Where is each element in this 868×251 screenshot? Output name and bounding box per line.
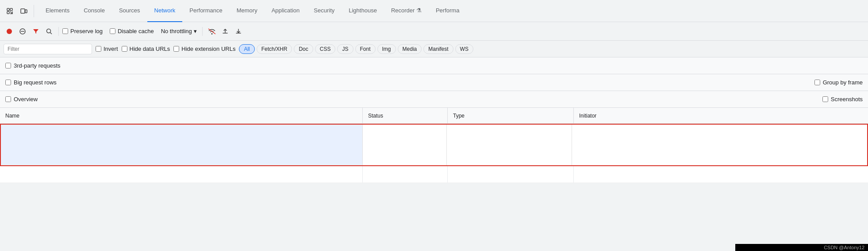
type-filter-btn-js[interactable]: JS [337,44,353,54]
tab-elements[interactable]: Elements [38,0,77,22]
selected-rest-col [572,125,867,165]
screenshots-text: Screenshots [831,96,863,103]
preserve-log-checkbox-label[interactable]: Preserve log [62,28,103,34]
big-request-rows-checkbox[interactable] [5,80,11,85]
options-row-1: 3rd-party requests [0,57,868,74]
footer-text: CSDN @Antony12 [824,245,864,250]
third-party-label: 3rd-party requests [14,62,61,69]
type-filter-btn-ws[interactable]: WS [455,44,473,54]
overview-text: Overview [14,96,38,103]
svg-rect-3 [21,9,25,13]
tab-performa[interactable]: Performa [429,0,466,22]
tab-security[interactable]: Security [307,0,342,22]
clear-icon [19,28,26,34]
toolbar: Preserve log Disable cache No throttling… [0,22,868,41]
tab-application[interactable]: Application [265,0,307,22]
initiator-col-label: Initiator [579,113,596,119]
import-har-button[interactable] [233,26,244,37]
throttling-select[interactable]: No throttling ▾ [159,27,199,35]
type-filter-buttons: AllFetch/XHRDocCSSJSFontImgMediaManifest… [239,44,473,54]
filter-icon [33,28,39,34]
tab-sources[interactable]: Sources [112,0,147,22]
type-filter-btn-doc[interactable]: Doc [294,44,313,54]
tab-console[interactable]: Console [77,0,112,22]
options-row-3: Overview Screenshots [0,91,868,108]
svg-point-8 [47,29,51,33]
screenshots-label[interactable]: Screenshots [822,96,863,103]
filter-icon-btn[interactable] [30,26,42,37]
type-filter-btn-all[interactable]: All [239,44,254,54]
hide-data-urls-label[interactable]: Hide data URLs [122,46,170,52]
overview-checkbox[interactable] [5,96,11,102]
svg-rect-2 [7,11,9,14]
tab-performance[interactable]: Performance [182,0,229,22]
svg-line-9 [50,32,52,34]
third-party-checkbox[interactable] [5,63,11,68]
col-name-header[interactable]: Name [0,108,363,123]
group-by-frame-label[interactable]: Group by frame [814,79,863,86]
type-filter-btn-manifest[interactable]: Manifest [423,44,453,54]
type-filter-btn-fetch/xhr[interactable]: Fetch/XHR [257,44,292,54]
col-type-header[interactable]: Type [448,108,574,123]
overview-label[interactable]: Overview [5,96,38,103]
tab-recorder--[interactable]: Recorder ⚗ [384,0,429,22]
disable-cache-checkbox-label[interactable]: Disable cache [110,28,154,34]
svg-rect-0 [7,8,9,11]
empty-row [0,166,868,183]
type-filter-btn-img[interactable]: Img [377,44,396,54]
search-icon [46,28,52,34]
preserve-log-checkbox[interactable] [62,28,68,34]
big-request-rows-text: Big request rows [14,79,57,86]
wifi-icon [208,28,216,34]
type-filter-btn-font[interactable]: Font [355,44,376,54]
hide-extension-urls-checkbox[interactable] [173,46,179,52]
empty-name-col [0,166,363,183]
disable-cache-checkbox[interactable] [110,28,115,34]
filter-input[interactable] [4,44,92,54]
group-by-frame-text: Group by frame [823,79,863,86]
toolbar-separator-1 [58,27,59,36]
empty-type-col [448,166,574,183]
footer-bar: CSDN @Antony12 [735,244,868,251]
col-status-header[interactable]: Status [363,108,448,123]
selected-status-col [363,125,447,165]
options-row-2-right: Group by frame [814,79,863,86]
clear-button[interactable] [17,26,28,37]
type-filter-btn-css[interactable]: CSS [315,44,336,54]
network-table: Name Status Type Initiator [0,108,868,183]
network-conditions-button[interactable] [206,26,218,37]
hide-data-urls-text: Hide data URLs [130,46,170,52]
cursor-icon-btn[interactable] [4,5,16,17]
type-filter-btn-media[interactable]: Media [398,44,422,54]
tab-lighthouse[interactable]: Lighthouse [342,0,384,22]
search-icon-btn[interactable] [43,26,55,37]
options-row-1-left: 3rd-party requests [5,62,863,69]
stop-recording-button[interactable] [4,26,15,37]
export-har-button[interactable] [219,26,231,37]
hide-data-urls-checkbox[interactable] [122,46,127,52]
tab-list: ElementsConsoleSourcesNetworkPerformance… [38,0,466,22]
invert-checkbox[interactable] [96,46,101,52]
invert-checkbox-label[interactable]: Invert [96,46,118,52]
toolbar-separator-2 [202,27,203,36]
group-by-frame-checkbox[interactable] [814,80,820,85]
selected-name-col [1,125,363,165]
hide-extension-urls-label[interactable]: Hide extension URLs [173,46,235,52]
name-col-label: Name [5,113,19,119]
big-request-rows-label[interactable]: Big request rows [5,79,57,86]
screenshots-checkbox[interactable] [822,96,828,102]
third-party-checkbox-label[interactable]: 3rd-party requests [5,62,61,69]
tab-network[interactable]: Network [147,0,183,22]
tab-bar: ElementsConsoleSourcesNetworkPerformance… [0,0,868,22]
options-row-2: Big request rows Group by frame [0,74,868,91]
status-col-label: Status [368,113,383,119]
device-icon-btn[interactable] [18,5,30,17]
empty-rest-col [574,166,868,183]
table-header: Name Status Type Initiator [0,108,868,124]
selected-row-area[interactable] [0,124,868,166]
disable-cache-label: Disable cache [118,28,154,34]
tab-memory[interactable]: Memory [230,0,265,22]
options-row-2-left: Big request rows [5,79,814,86]
col-initiator-header[interactable]: Initiator [574,108,868,123]
stop-icon [6,28,12,34]
